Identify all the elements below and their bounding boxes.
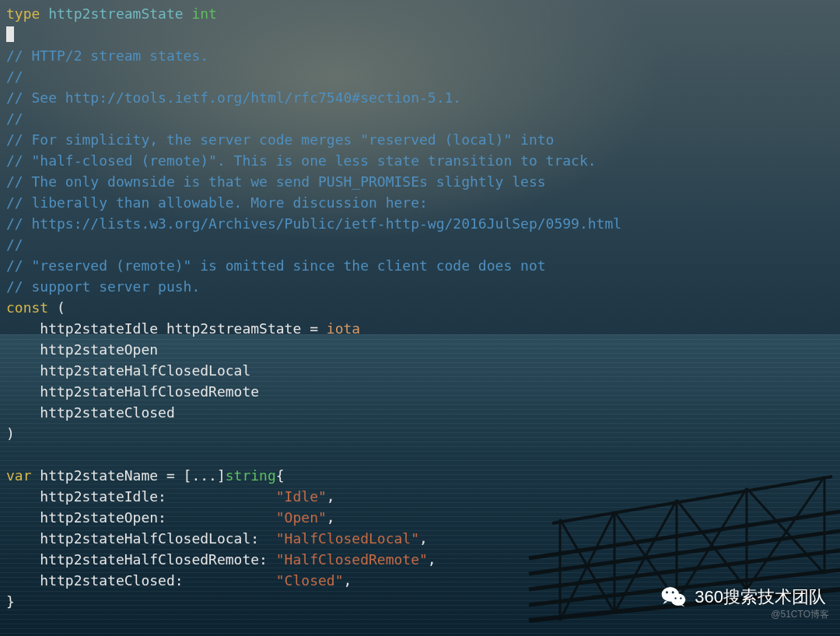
- const-decl: http2stateHalfClosedRemote: [6, 383, 259, 400]
- comment-line: // "half-closed (remote)". This is one l…: [6, 152, 597, 169]
- lparen: (: [48, 299, 65, 316]
- map-val: "Open": [276, 509, 327, 526]
- comment-line: //: [6, 236, 23, 253]
- comma: ,: [419, 530, 428, 547]
- map-key: http2stateHalfClosedLocal:: [6, 530, 276, 547]
- var-name: http2stateName = [...]: [32, 467, 226, 484]
- rbrace: }: [6, 593, 15, 610]
- map-key: http2stateOpen:: [6, 509, 276, 526]
- comment-line: //: [6, 110, 23, 127]
- comment-line: // See http://tools.ietf.org/html/rfc754…: [6, 89, 461, 106]
- comment-line: // For simplicity, the server code merge…: [6, 131, 554, 148]
- const-decl: http2stateHalfClosedLocal: [6, 362, 250, 379]
- comment-line: //: [6, 68, 23, 85]
- comment-line: // The only downside is that we send PUS…: [6, 173, 546, 190]
- map-val: "Idle": [276, 488, 327, 505]
- const-decl: http2stateClosed: [6, 404, 175, 421]
- keyword-type: type: [6, 5, 40, 22]
- const-decl: http2stateIdle http2streamState =: [6, 320, 327, 337]
- lbrace: {: [276, 467, 285, 484]
- comment-line: // "reserved (remote)" is omitted since …: [6, 257, 546, 274]
- type-int: int: [191, 5, 217, 22]
- comma: ,: [327, 509, 335, 526]
- sub-watermark: @51CTO博客: [771, 604, 829, 625]
- map-key: http2stateClosed:: [6, 572, 276, 589]
- map-key: http2stateHalfClosedRemote:: [6, 551, 276, 568]
- svg-point-2: [666, 591, 668, 593]
- comment-line: // HTTP/2 stream states.: [6, 47, 208, 64]
- comma: ,: [428, 551, 436, 568]
- map-val: "Closed": [276, 572, 344, 589]
- svg-point-1: [671, 594, 686, 606]
- keyword-var: var: [6, 467, 32, 484]
- type-name: http2streamState: [40, 5, 191, 22]
- svg-point-4: [675, 597, 677, 599]
- comment-line: // liberally than allowable. More discus…: [6, 194, 428, 211]
- keyword-const: const: [6, 299, 48, 316]
- comma: ,: [327, 488, 335, 505]
- text-cursor: [6, 26, 14, 42]
- const-decl: http2stateOpen: [6, 341, 158, 358]
- map-val: "HalfClosedLocal": [276, 530, 419, 547]
- comment-line: // https://lists.w3.org/Archives/Public/…: [6, 215, 621, 232]
- svg-point-3: [672, 591, 674, 593]
- comma: ,: [343, 572, 352, 589]
- map-key: http2stateIdle:: [6, 488, 276, 505]
- svg-point-5: [680, 597, 681, 599]
- wechat-icon: [660, 583, 687, 610]
- rparen: ): [6, 425, 15, 442]
- iota: iota: [327, 320, 360, 337]
- code-block: type http2streamState int // HTTP/2 stre…: [0, 0, 840, 636]
- map-val: "HalfClosedRemote": [276, 551, 428, 568]
- comment-line: // support server push.: [6, 278, 200, 295]
- type-string: string: [226, 467, 276, 484]
